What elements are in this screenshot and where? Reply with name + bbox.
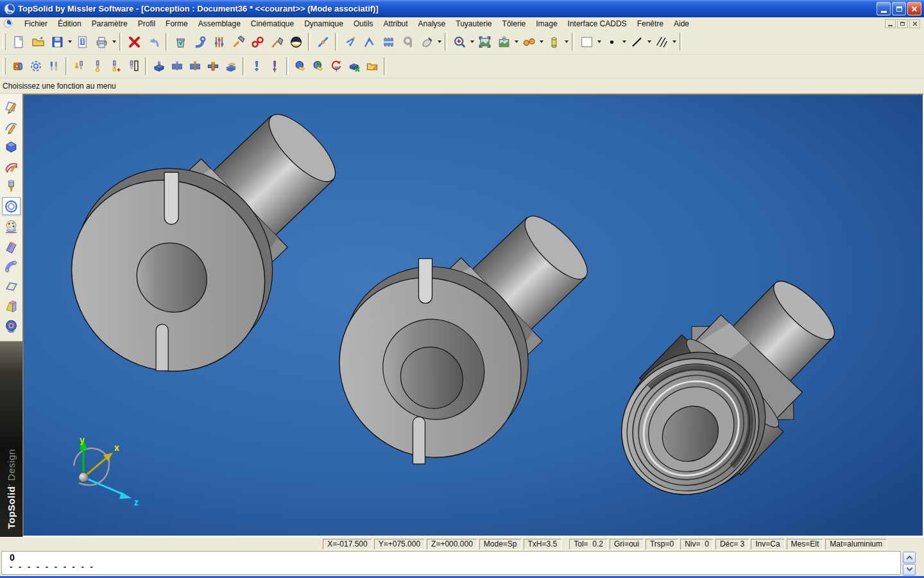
build-hammer-button[interactable] [228, 32, 248, 51]
angle-measure-button[interactable] [359, 32, 379, 51]
title-bar[interactable]: TopSolid by Missler Software - [Concepti… [0, 0, 924, 17]
line-style-button[interactable] [627, 32, 646, 51]
mdi-close-button[interactable] [909, 19, 920, 28]
menu-tuyauterie[interactable]: Tuyauterie [450, 19, 497, 29]
menu-analyse[interactable]: Analyse [413, 19, 451, 29]
screw-insert-button[interactable] [71, 57, 89, 75]
bearing-component-button[interactable] [9, 57, 27, 75]
status-level[interactable]: Niv= 0 [680, 539, 714, 550]
interference-check-button[interactable] [345, 57, 363, 75]
tag-part-button[interactable] [291, 57, 309, 75]
param-sliders-button[interactable] [209, 32, 228, 51]
menu-dynamique[interactable]: Dynamique [299, 19, 348, 29]
menu-attribut[interactable]: Attribut [379, 19, 413, 29]
control-bars-button[interactable] [379, 32, 398, 51]
menu-assemblage[interactable]: Assemblage [193, 19, 246, 29]
line-style-dropdown[interactable] [646, 32, 652, 51]
delete-element-button[interactable] [124, 32, 144, 51]
color-dropdown[interactable] [596, 32, 602, 51]
close-button[interactable] [907, 2, 921, 15]
sidebar-sketch-profile[interactable] [2, 98, 21, 116]
menu-profil[interactable]: Profil [133, 19, 160, 29]
status-measure[interactable]: Mes=Elt [787, 539, 824, 550]
hatch-style-button[interactable] [652, 32, 671, 51]
sidebar-drill-tool[interactable] [2, 177, 21, 195]
status-invisible[interactable]: Inv=Ca [751, 539, 784, 550]
coaxial-rings-button[interactable] [27, 57, 45, 75]
bolt-pair-button[interactable] [45, 57, 63, 75]
restore-button[interactable] [892, 2, 906, 15]
cylinder-dropdown[interactable] [563, 32, 569, 51]
menu-parametre[interactable]: Paramètre [87, 19, 133, 29]
zoom-fit-button[interactable] [475, 32, 494, 51]
sidebar-solid-block[interactable] [2, 137, 21, 155]
menu-aide[interactable]: Aide [669, 19, 694, 29]
view-glasses-button[interactable] [519, 32, 538, 51]
status-text-height[interactable]: TxH=3.5 [524, 539, 562, 550]
status-decimals[interactable]: Déc= 3 [715, 539, 749, 550]
sidebar-bend-sheet[interactable] [2, 237, 21, 255]
tag-analysis-button[interactable] [309, 57, 327, 75]
screw-ring-button[interactable] [89, 57, 107, 75]
screw-axis-alert-button[interactable] [266, 57, 284, 75]
sidebar-surface-sheet[interactable] [2, 157, 21, 175]
plate-joint-mid-button[interactable] [186, 57, 204, 75]
print-document-button[interactable] [92, 32, 111, 51]
command-scroll-down-button[interactable] [903, 564, 916, 575]
new-document-button[interactable] [9, 32, 28, 51]
hand-edit-dropdown[interactable] [436, 32, 442, 51]
menu-interface-cadds[interactable]: Interface CADDS [563, 19, 632, 29]
move-element-button[interactable] [313, 32, 332, 51]
mdi-restore-button[interactable] [897, 19, 908, 28]
menu-tolerie[interactable]: Tôlerie [497, 19, 531, 29]
measure-rotation-button[interactable] [327, 57, 345, 75]
fastener-red-button[interactable] [248, 32, 267, 51]
point-style-dropdown[interactable] [621, 32, 627, 51]
mdi-minimize-button[interactable] [885, 19, 896, 28]
save-document-button[interactable] [47, 32, 67, 51]
document-info-button[interactable] [73, 32, 92, 51]
block-screw-button[interactable] [150, 57, 168, 75]
sidebar-camera-view[interactable] [2, 317, 21, 335]
open-document-button[interactable] [28, 32, 47, 51]
command-scroll-up-button[interactable] [903, 552, 916, 563]
screw-tap-button[interactable] [124, 57, 142, 75]
command-input-area[interactable]: 0 - - - - - - - - - - [1, 551, 901, 575]
menu-outils[interactable]: Outils [348, 19, 379, 29]
menu-forme[interactable]: Forme [160, 19, 193, 29]
undo-button[interactable] [144, 32, 163, 51]
menu-edition[interactable]: Édition [53, 19, 87, 29]
duplicate-arrows-button[interactable] [340, 32, 359, 51]
sidebar-shell-faces[interactable] [2, 297, 21, 315]
menu-fichier[interactable]: Fichier [19, 19, 53, 29]
sidebar-standard-rings[interactable] [2, 197, 21, 215]
menu-cinematique[interactable]: Cinématique [246, 19, 299, 29]
status-grid[interactable]: Gri=oui [610, 539, 644, 550]
zoom-dropdown[interactable] [469, 32, 475, 51]
screw-alert-button[interactable] [248, 57, 266, 75]
status-tolerance[interactable]: Tol= 0.2 [569, 539, 608, 550]
cut-axe-button[interactable] [267, 32, 286, 51]
menu-fenetre[interactable]: Fenêtre [632, 19, 669, 29]
sidebar-frame-wire[interactable] [2, 277, 21, 295]
pan-view-button[interactable] [494, 32, 513, 51]
print-dropdown[interactable] [111, 32, 117, 51]
toolbar-grip[interactable] [3, 33, 6, 50]
toolbar-grip[interactable] [3, 58, 6, 74]
menu-image[interactable]: Image [531, 19, 562, 29]
sidebar-render-palette[interactable] [2, 217, 21, 235]
sidebar-pipe-elbow[interactable] [2, 257, 21, 275]
recycle-bin-button[interactable] [171, 32, 190, 51]
color-swatch-button[interactable] [577, 32, 596, 51]
viewport-canvas[interactable]: y x z [24, 95, 923, 536]
hook-magnet-button[interactable] [398, 32, 417, 51]
edit-annotation-button[interactable] [363, 57, 381, 75]
cylinder-view-button[interactable] [544, 32, 563, 51]
hand-edit-button[interactable] [417, 32, 436, 51]
plate-clamp-button[interactable] [204, 57, 222, 75]
save-dropdown[interactable] [67, 32, 73, 51]
plate-stack-button[interactable] [222, 57, 240, 75]
status-material[interactable]: Mat=aluminium [825, 539, 887, 550]
sidebar-curve-3d[interactable] [2, 118, 21, 136]
minimize-button[interactable] [877, 2, 891, 15]
